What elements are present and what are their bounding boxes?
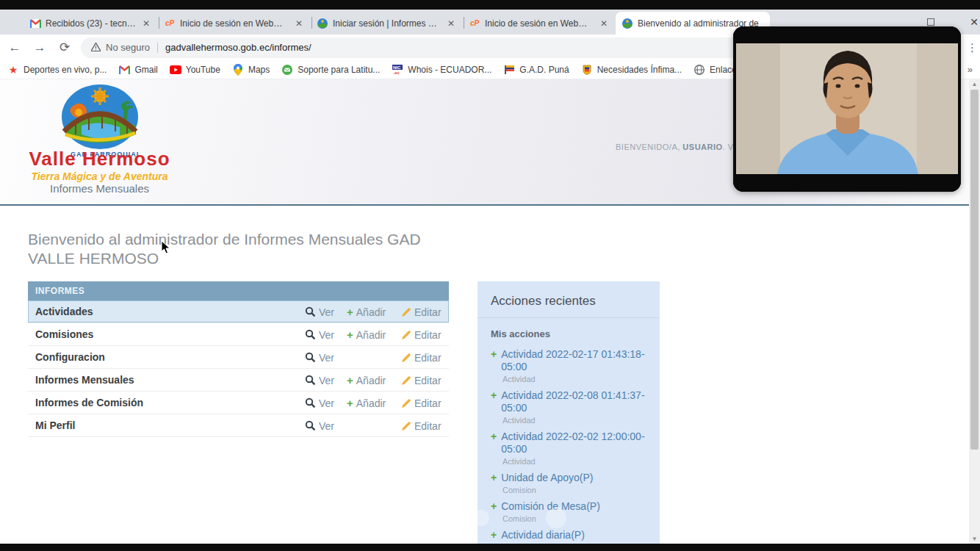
back-button[interactable]: ← <box>4 37 25 58</box>
plus-icon: + <box>491 431 497 455</box>
tab-title: Inicio de sesión en Webmail <box>180 18 289 29</box>
site-logo[interactable]: GAD PARROQUIAL Valle Hermoso Tierra Mági… <box>28 83 171 182</box>
plus-icon: + <box>347 306 353 318</box>
user-tools: BIENVENIDO/A, USUARIO. VER <box>616 143 736 151</box>
nic-ec-icon: NIC.ec <box>392 64 403 76</box>
globe-icon <box>693 64 705 76</box>
youtube-icon <box>170 64 181 76</box>
add-link[interactable]: +Añadir <box>347 392 402 414</box>
watermark-dot <box>546 508 566 528</box>
edit-link[interactable]: Editar <box>401 369 449 392</box>
model-name[interactable]: Mi Perfil <box>28 419 449 431</box>
recent-action-item: +Actividad 2022-02-02 12:00:00-05:00Acti… <box>478 425 660 466</box>
scrollbar-thumb[interactable] <box>970 90 979 450</box>
bookmark-item[interactable]: NIC.ecWhois - ECUADOR... <box>392 64 491 76</box>
model-name[interactable]: Configuracion <box>28 351 449 363</box>
recent-action-item: +Comisión de Mesa(P)Comision <box>478 494 660 523</box>
view-link[interactable]: Ver <box>305 346 349 369</box>
recent-action-link[interactable]: Actividad 2022-02-17 01:43:18-05:00 <box>501 348 651 373</box>
edit-link[interactable]: Editar <box>401 300 449 323</box>
recent-action-item: +Actividad 2022-02-17 01:43:18-05:00Acti… <box>478 342 660 383</box>
bookmark-item[interactable]: YouTube <box>170 64 220 76</box>
bookmark-item[interactable]: Maps <box>232 64 270 76</box>
browser-menu-icon[interactable]: ⋮ <box>967 41 978 54</box>
pencil-icon <box>401 421 411 431</box>
mouse-cursor <box>161 240 170 257</box>
bookmarks-overflow-icon[interactable]: » <box>968 64 973 75</box>
edit-link[interactable]: Editar <box>401 392 449 414</box>
watermark-dot <box>473 510 489 526</box>
plus-icon: + <box>491 389 497 414</box>
recent-action-link[interactable]: Actividad 2022-02-08 01:41:37-05:00 <box>501 389 651 414</box>
view-link[interactable]: Ver <box>305 369 349 392</box>
bookmark-item[interactable]: G.A.D. Puná <box>503 64 569 76</box>
plus-icon: + <box>491 472 497 484</box>
module-row: Informes de ComisiónVer+AñadirEditar <box>28 392 449 414</box>
recent-action-link[interactable]: Actividad 2022-02-02 12:00:00-05:00 <box>501 431 651 455</box>
bookmark-item[interactable]: Necesidades Ínfima... <box>581 64 682 76</box>
add-link[interactable]: +Añadir <box>347 323 402 346</box>
tab-title: Inicio de sesión en Webmail <box>485 18 594 29</box>
reload-button[interactable]: ⟳ <box>54 37 75 58</box>
recent-action-item: +Unidad de Apoyo(P)Comision <box>478 466 660 494</box>
restore-window-icon[interactable] <box>927 18 934 26</box>
recent-action-type: Actividad <box>502 375 651 383</box>
browser-tab[interactable]: Iniciar sesión | Informes Mensual✕ <box>311 12 463 35</box>
browser-tab[interactable]: cPInicio de sesión en Webmail✕ <box>463 12 616 35</box>
plus-icon: + <box>347 328 353 341</box>
pencil-icon <box>401 330 411 340</box>
recent-action-link[interactable]: Unidad de Apoyo(P) <box>501 472 593 484</box>
omnibox-divider <box>157 43 158 53</box>
add-link[interactable]: +Añadir <box>347 300 402 323</box>
page-scrollbar[interactable]: ▲ ▼ <box>969 79 980 544</box>
bookmark-item[interactable]: Gmail <box>118 64 157 76</box>
view-link[interactable]: Ver <box>305 323 349 346</box>
view-link[interactable]: Ver <box>305 300 349 323</box>
bookmark-label: Deportes en vivo, p... <box>24 65 107 75</box>
edit-link[interactable]: Editar <box>401 346 449 369</box>
scrollbar-down-icon[interactable]: ▼ <box>969 534 980 544</box>
logo-title-text: Valle Hermoso <box>28 148 171 170</box>
module-caption[interactable]: INFORMES <box>28 281 449 300</box>
recent-action-item: +Actividad diaria(P) <box>478 523 660 541</box>
tab-close-icon[interactable]: ✕ <box>293 18 305 29</box>
plus-icon: + <box>491 500 497 513</box>
bookmark-label: Whois - ECUADOR... <box>408 65 491 75</box>
site-favicon <box>621 18 633 29</box>
browser-tab[interactable]: cPInicio de sesión en Webmail✕ <box>158 12 311 35</box>
bookmark-item[interactable]: ★Deportes en vivo, p... <box>7 64 107 76</box>
site-favicon <box>317 18 328 29</box>
crest-icon <box>581 64 593 76</box>
bookmark-label: Necesidades Ínfima... <box>597 65 682 75</box>
view-link[interactable]: Ver <box>305 392 349 414</box>
scrollbar-up-icon[interactable]: ▲ <box>969 79 980 89</box>
my-actions-label: Mis acciones <box>478 318 660 342</box>
recent-action-type: Actividad <box>502 457 651 466</box>
pencil-icon <box>401 353 411 363</box>
tab-close-icon[interactable]: ✕ <box>598 18 610 29</box>
add-link[interactable]: +Añadir <box>347 369 402 392</box>
not-secure-warning-icon <box>91 41 101 54</box>
site-subtitle: Informes Mensuales <box>28 182 171 195</box>
tab-close-icon[interactable]: ✕ <box>445 18 457 29</box>
browser-tab[interactable]: Recibidos (23) - tecnoserviweb.e✕ <box>24 12 158 35</box>
webcam-overlay[interactable] <box>733 26 961 192</box>
magnifier-icon <box>305 306 316 317</box>
bookmark-label: Soporte para Latitu... <box>298 65 380 75</box>
bookmark-item[interactable]: Soporte para Latitu... <box>281 64 380 76</box>
bookmark-label: YouTube <box>186 65 220 75</box>
edit-link[interactable]: Editar <box>401 414 449 437</box>
mail-green-icon <box>281 64 293 76</box>
view-link[interactable]: Ver <box>305 414 349 437</box>
watermark-dot <box>439 508 462 532</box>
forward-button[interactable]: → <box>29 37 50 58</box>
pencil-icon <box>401 375 411 386</box>
edit-link[interactable]: Editar <box>401 323 449 346</box>
magnifier-icon <box>305 329 316 340</box>
recent-action-type: Comision <box>502 514 651 523</box>
close-window-icon[interactable]: ✕ <box>970 16 979 28</box>
tab-close-icon[interactable]: ✕ <box>140 18 152 29</box>
cpanel-icon: cP <box>469 18 480 29</box>
recent-action-link[interactable]: Actividad diaria(P) <box>501 529 585 541</box>
letterbox-bottom <box>0 544 980 551</box>
